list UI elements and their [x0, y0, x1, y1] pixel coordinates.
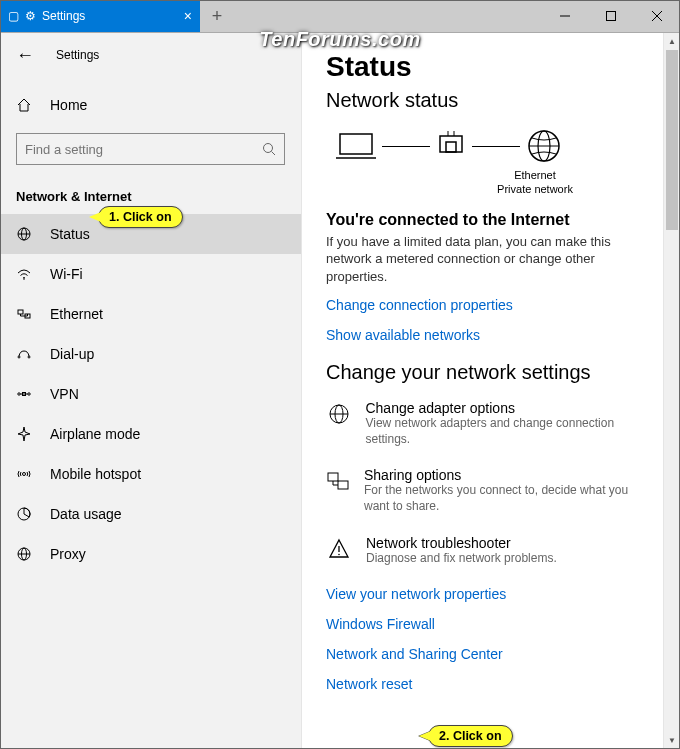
sidebar-item-label: Ethernet: [50, 306, 103, 322]
home-icon: [16, 97, 32, 113]
svg-point-13: [28, 356, 30, 358]
link-show-available[interactable]: Show available networks: [326, 327, 656, 343]
option-title: Sharing options: [364, 467, 656, 483]
search-field[interactable]: [25, 142, 262, 157]
link-sharing-center[interactable]: Network and Sharing Center: [326, 646, 656, 662]
dialup-icon: [16, 346, 32, 362]
sidebar-item-wifi[interactable]: Wi-Fi: [0, 254, 301, 294]
option-desc: For the networks you connect to, decide …: [364, 483, 656, 514]
tab-handle-icon: ▢: [8, 9, 19, 23]
sidebar-item-hotspot[interactable]: Mobile hotspot: [0, 454, 301, 494]
page-title: Status: [326, 51, 656, 83]
ethernet-icon: [16, 306, 32, 322]
status-icon: [16, 226, 32, 242]
adapter-icon: [326, 400, 351, 447]
svg-point-18: [23, 473, 26, 476]
tab-label: Settings: [42, 9, 85, 23]
option-desc: Diagnose and fix network problems.: [366, 551, 557, 567]
svg-rect-23: [340, 134, 372, 154]
sidebar-item-label: Data usage: [50, 506, 122, 522]
svg-rect-35: [328, 473, 338, 481]
globe-icon: [524, 126, 564, 166]
sidebar-item-label: Mobile hotspot: [50, 466, 141, 482]
sidebar-item-label: Proxy: [50, 546, 86, 562]
svg-rect-10: [18, 310, 23, 314]
sidebar-item-label: Status: [50, 226, 90, 242]
troubleshoot-icon: [326, 535, 352, 567]
sidebar-item-ethernet[interactable]: Ethernet: [0, 294, 301, 334]
svg-point-12: [18, 356, 20, 358]
main-pane: Status Network status EthernetPrivate ne…: [302, 33, 680, 749]
scroll-down-button[interactable]: ▼: [664, 732, 680, 749]
scroll-up-button[interactable]: ▲: [664, 33, 680, 50]
tab-settings[interactable]: ▢ ⚙ Settings ×: [0, 0, 200, 32]
connected-body: If you have a limited data plan, you can…: [326, 233, 656, 286]
section-network-status: Network status: [326, 89, 656, 112]
vpn-icon: [16, 386, 32, 402]
scroll-thumb[interactable]: [666, 50, 678, 230]
link-change-connection[interactable]: Change connection properties: [326, 297, 656, 313]
svg-rect-26: [446, 142, 456, 152]
sharing-icon: [326, 467, 350, 514]
callout-1: 1. Click on: [98, 206, 183, 228]
svg-point-38: [338, 553, 340, 555]
section-change-settings: Change your network settings: [326, 361, 656, 384]
option-sharing[interactable]: Sharing optionsFor the networks you conn…: [326, 467, 656, 514]
option-adapter[interactable]: Change adapter optionsView network adapt…: [326, 400, 656, 447]
link-view-properties[interactable]: View your network properties: [326, 586, 656, 602]
wifi-icon: [16, 266, 32, 282]
gear-icon: ⚙: [25, 9, 36, 23]
back-button[interactable]: ←: [16, 45, 34, 66]
sidebar-title: Settings: [56, 48, 99, 62]
link-network-reset[interactable]: Network reset: [326, 676, 656, 692]
svg-line-5: [272, 152, 276, 156]
option-title: Network troubleshooter: [366, 535, 557, 551]
svg-point-15: [28, 393, 30, 395]
svg-rect-36: [338, 481, 348, 489]
link-firewall[interactable]: Windows Firewall: [326, 616, 656, 632]
option-desc: View network adapters and change connect…: [365, 416, 656, 447]
search-input[interactable]: [16, 133, 285, 165]
sidebar-home[interactable]: Home: [0, 85, 301, 125]
hotspot-icon: [16, 466, 32, 482]
sidebar-item-label: Wi-Fi: [50, 266, 83, 282]
search-icon: [262, 142, 276, 156]
svg-point-14: [18, 393, 20, 395]
sidebar-item-airplane[interactable]: Airplane mode: [0, 414, 301, 454]
tab-close-icon[interactable]: ×: [184, 8, 192, 24]
option-troubleshooter[interactable]: Network troubleshooterDiagnose and fix n…: [326, 535, 656, 567]
sidebar-item-datausage[interactable]: Data usage: [0, 494, 301, 534]
sidebar-item-label: Airplane mode: [50, 426, 140, 442]
connected-heading: You're connected to the Internet: [326, 211, 656, 229]
new-tab-button[interactable]: +: [200, 0, 234, 32]
close-button[interactable]: [634, 0, 680, 32]
sidebar-item-vpn[interactable]: VPN: [0, 374, 301, 414]
home-label: Home: [50, 97, 87, 113]
sidebar: ← Settings Home Network & Internet Statu…: [0, 33, 302, 749]
sidebar-item-proxy[interactable]: Proxy: [0, 534, 301, 574]
network-diagram: [334, 126, 656, 166]
svg-point-4: [264, 144, 273, 153]
scrollbar[interactable]: ▲ ▼: [663, 33, 680, 749]
proxy-icon: [16, 546, 32, 562]
maximize-button[interactable]: [588, 0, 634, 32]
callout-2: 2. Click on: [428, 725, 513, 747]
diagram-caption: EthernetPrivate network: [414, 168, 656, 197]
svg-rect-1: [607, 12, 616, 21]
svg-point-9: [23, 278, 25, 280]
sidebar-item-dialup[interactable]: Dial-up: [0, 334, 301, 374]
minimize-button[interactable]: [542, 0, 588, 32]
computer-icon: [334, 128, 378, 164]
svg-rect-25: [440, 136, 462, 152]
ethernet-device-icon: [434, 128, 468, 164]
titlebar: ▢ ⚙ Settings × +: [0, 0, 680, 33]
airplane-icon: [16, 426, 32, 442]
option-title: Change adapter options: [365, 400, 656, 416]
sidebar-item-label: VPN: [50, 386, 79, 402]
sidebar-item-label: Dial-up: [50, 346, 94, 362]
datausage-icon: [16, 506, 32, 522]
